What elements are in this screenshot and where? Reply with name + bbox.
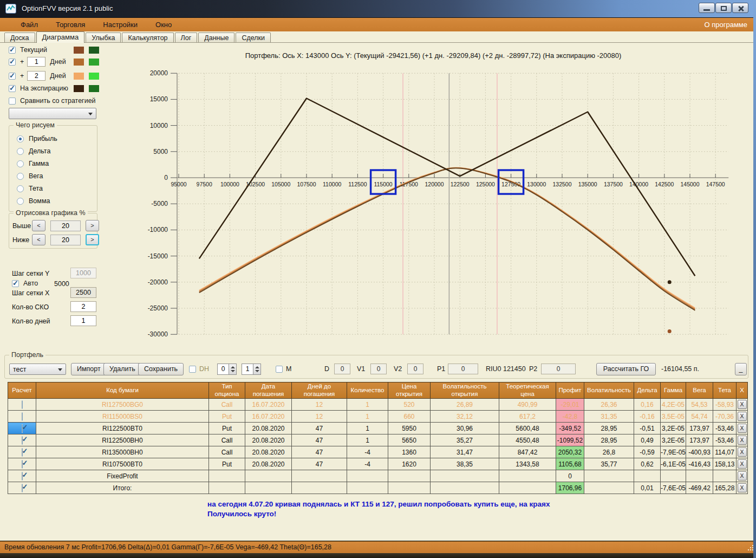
plus1-checkbox[interactable] xyxy=(9,59,16,66)
menu-file[interactable]: Файл xyxy=(21,21,38,29)
column-header[interactable]: Волатильность открытия xyxy=(431,382,499,399)
plus2-checkbox[interactable] xyxy=(9,73,16,80)
p1-input[interactable]: 0 xyxy=(448,364,478,374)
column-header[interactable]: X xyxy=(737,382,748,399)
plus2-days-input[interactable] xyxy=(27,71,45,81)
dh-checkbox[interactable] xyxy=(189,366,196,373)
row-delete-button[interactable]: X xyxy=(738,471,747,481)
auto-checkbox[interactable] xyxy=(12,280,19,287)
portfolio-combobox[interactable]: тест xyxy=(9,364,66,375)
plus1-days-input[interactable] xyxy=(27,57,45,67)
row-delete-button[interactable]: X xyxy=(738,400,747,409)
close-button[interactable] xyxy=(732,3,748,13)
row-delete-button[interactable]: X xyxy=(738,436,747,445)
compare-strategy-checkbox[interactable] xyxy=(9,98,16,105)
sko-input[interactable] xyxy=(70,301,96,312)
tab-log[interactable]: Лог xyxy=(175,33,198,42)
cell: FixedProfit xyxy=(36,470,209,482)
sko-label: Кол-во СКО xyxy=(12,303,49,311)
radio-delta[interactable] xyxy=(17,148,24,155)
collapse-button[interactable]: _ xyxy=(735,363,747,375)
row-delete-button[interactable]: X xyxy=(738,412,747,421)
menu-window[interactable]: Окно xyxy=(155,21,172,29)
days-input[interactable] xyxy=(70,315,96,326)
tab-board[interactable]: Доска xyxy=(4,33,35,42)
row-calc-checkbox[interactable] xyxy=(22,484,23,492)
above-increase-button[interactable]: > xyxy=(86,220,99,231)
plus1-color1-swatch[interactable] xyxy=(74,59,84,66)
radio-gamma[interactable] xyxy=(17,160,24,167)
spinner-2[interactable]: 1 xyxy=(242,364,261,375)
column-header[interactable]: Вега xyxy=(686,382,713,399)
column-header[interactable]: Гамма xyxy=(661,382,686,399)
strategy-combobox[interactable] xyxy=(9,108,96,119)
menu-about[interactable]: О программе xyxy=(704,21,747,29)
column-header[interactable]: Дельта xyxy=(634,382,661,399)
column-header[interactable]: Количество xyxy=(347,382,388,399)
menu-trading[interactable]: Торговля xyxy=(56,21,85,29)
column-header[interactable]: Тета xyxy=(713,382,737,399)
spinner-1[interactable]: 0 xyxy=(217,364,237,375)
plus2-color2-swatch[interactable] xyxy=(89,73,99,80)
expiration-color1-swatch[interactable] xyxy=(74,85,84,92)
below-value-input[interactable] xyxy=(50,235,81,245)
column-header[interactable]: Цена открытия xyxy=(388,382,431,399)
tab-data[interactable]: Данные xyxy=(198,33,234,42)
current-color2-swatch[interactable] xyxy=(89,47,99,54)
maximize-button[interactable] xyxy=(715,3,732,13)
calc-go-button[interactable]: Рассчитать ГО xyxy=(596,363,656,375)
column-header[interactable]: Дней до погашения xyxy=(292,382,347,399)
import-button[interactable]: Импорт xyxy=(71,363,107,375)
row-calc-checkbox[interactable] xyxy=(22,448,23,457)
row-delete-button[interactable]: X xyxy=(738,424,747,433)
current-color1-swatch[interactable] xyxy=(74,47,84,54)
column-header[interactable]: Дата погашения xyxy=(245,382,292,399)
column-header[interactable]: Расчет xyxy=(8,382,36,399)
row-calc-checkbox[interactable] xyxy=(22,400,23,409)
spinner-arrows-icon[interactable] xyxy=(253,364,261,375)
row-calc-checkbox[interactable] xyxy=(22,412,23,421)
plus2-label: Дней xyxy=(50,72,66,80)
tab-deals[interactable]: Сделки xyxy=(236,33,271,42)
radio-vega[interactable] xyxy=(17,173,24,180)
spinner-arrows-icon[interactable] xyxy=(229,364,237,375)
v2-input[interactable]: 0 xyxy=(407,364,423,374)
expiration-checkbox[interactable] xyxy=(9,85,16,92)
d-input[interactable]: 0 xyxy=(334,364,350,374)
column-header[interactable]: Теоретическая цена xyxy=(499,382,556,399)
below-increase-button[interactable]: > xyxy=(86,234,99,245)
plus1-color2-swatch[interactable] xyxy=(89,59,99,66)
delete-button[interactable]: Удалить xyxy=(103,363,141,375)
tab-diagram[interactable]: Диаграмма xyxy=(36,31,85,43)
tab-smile[interactable]: Улыбка xyxy=(86,33,121,42)
radio-theta[interactable] xyxy=(17,185,24,192)
above-value-input[interactable] xyxy=(50,220,81,231)
tab-calculator[interactable]: Калькулятор xyxy=(122,33,173,42)
row-calc-checkbox[interactable] xyxy=(22,460,23,469)
row-delete-button[interactable]: X xyxy=(738,483,747,492)
plus2-color1-swatch[interactable] xyxy=(74,73,84,80)
p2-input[interactable]: 0 xyxy=(541,364,576,374)
column-header[interactable]: Код бумаги xyxy=(36,382,209,399)
minimize-button[interactable] xyxy=(699,3,715,13)
column-header[interactable]: Тип опциона xyxy=(209,382,245,399)
radio-profit[interactable] xyxy=(17,135,24,142)
row-calc-checkbox[interactable] xyxy=(22,436,23,445)
below-decrease-button[interactable]: < xyxy=(32,234,45,245)
column-header[interactable]: Профит xyxy=(556,382,584,399)
row-delete-button[interactable]: X xyxy=(738,447,747,457)
row-calc-checkbox[interactable] xyxy=(22,472,23,481)
grid-x-input[interactable] xyxy=(70,287,96,298)
expiration-color2-swatch[interactable] xyxy=(89,85,99,92)
m-checkbox[interactable] xyxy=(276,366,283,373)
radio-vomma[interactable] xyxy=(17,198,24,205)
column-header[interactable]: Волатильность xyxy=(584,382,634,399)
above-decrease-button[interactable]: < xyxy=(32,220,45,231)
save-button[interactable]: Сохранить xyxy=(138,363,184,375)
row-delete-button[interactable]: X xyxy=(738,459,747,469)
menu-settings[interactable]: Настройки xyxy=(103,21,138,29)
current-checkbox[interactable] xyxy=(9,47,16,54)
row-calc-checkbox[interactable] xyxy=(22,424,23,433)
profit-chart[interactable]: 9500097500100000102500105000107500110000… xyxy=(0,43,756,395)
v1-input[interactable]: 0 xyxy=(370,364,387,374)
